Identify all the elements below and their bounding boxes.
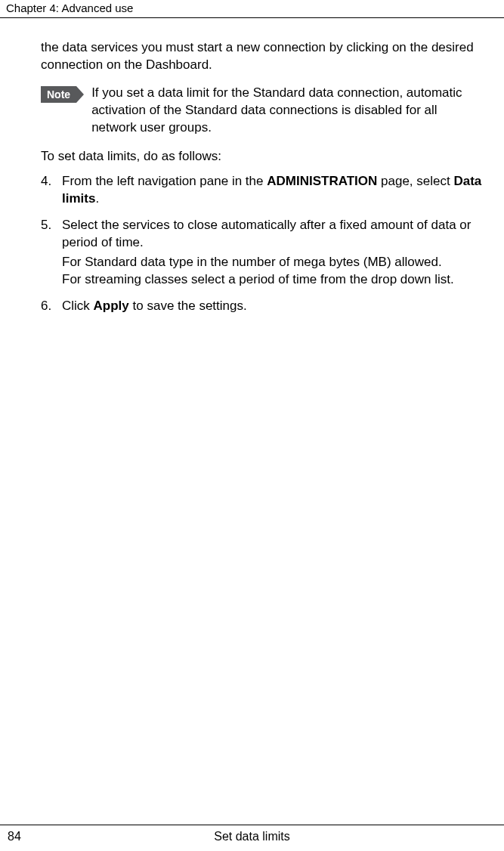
note-label: Note: [41, 86, 76, 103]
note-arrow-icon: [76, 86, 84, 103]
steps-list: 4. From the left navigation pane in the …: [41, 173, 483, 316]
list-item: 4. From the left navigation pane in the …: [41, 173, 483, 208]
page-number: 84: [8, 830, 38, 843]
step-text: page, select: [377, 174, 453, 188]
note-block: Note If you set a data limit for the Sta…: [41, 85, 483, 137]
chapter-label: Chapter 4: Advanced use: [6, 2, 133, 14]
footer-title: Set data limits: [38, 830, 466, 843]
page-header: Chapter 4: Advanced use: [0, 0, 504, 18]
note-text: If you set a data limit for the Standard…: [91, 85, 483, 137]
step-text: to save the settings.: [129, 299, 247, 313]
step-subtext: For Standard data type in the number of …: [62, 254, 483, 271]
step-text: Select the services to close automatical…: [62, 218, 471, 249]
step-number: 6.: [41, 298, 62, 315]
step-text: From the left navigation pane in the: [62, 174, 267, 188]
step-text: Click: [62, 299, 94, 313]
list-item: 6. Click Apply to save the settings.: [41, 298, 483, 315]
step-number: 5.: [41, 217, 62, 289]
footer-spacer: [466, 830, 496, 843]
step-bold: Apply: [94, 299, 129, 313]
list-item: 5. Select the services to close automati…: [41, 217, 483, 289]
step-bold: ADMINISTRATION: [267, 174, 377, 188]
lead-text: To set data limits, do as follows:: [41, 149, 483, 164]
note-badge: Note: [41, 86, 84, 103]
step-body: From the left navigation pane in the ADM…: [62, 173, 483, 208]
page-content: the data services you must start a new c…: [0, 18, 504, 315]
intro-paragraph: the data services you must start a new c…: [41, 39, 483, 74]
step-subtext: For streaming classes select a period of…: [62, 271, 483, 289]
step-text: .: [95, 191, 99, 206]
page-footer: 84 Set data limits: [0, 825, 504, 851]
step-body: Select the services to close automatical…: [62, 217, 483, 289]
step-number: 4.: [41, 173, 62, 208]
step-body: Click Apply to save the settings.: [62, 298, 483, 315]
